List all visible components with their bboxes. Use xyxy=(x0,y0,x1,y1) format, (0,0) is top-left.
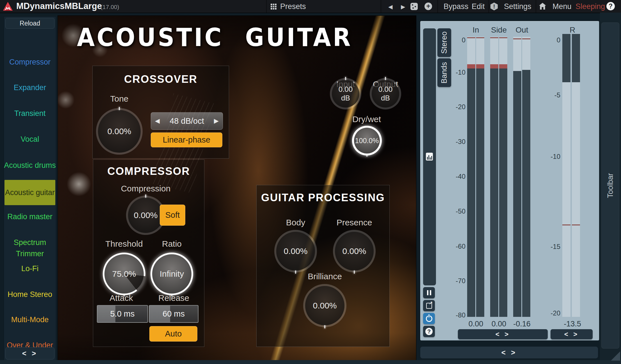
sidebar-item-spectrum-trimmer[interactable]: Spectrum Trimmer xyxy=(4,237,56,248)
scale-tick: 0 xyxy=(462,36,465,44)
detach-icon xyxy=(426,303,432,309)
question-icon: ? xyxy=(425,328,433,335)
meter-value-in: 0.00 xyxy=(469,320,483,328)
power-icon xyxy=(426,315,432,322)
sidebar-item-multi-mode[interactable]: Multi-Mode xyxy=(4,314,56,325)
tone-label: Tone xyxy=(110,94,128,104)
settings-button[interactable]: Settings xyxy=(504,2,531,11)
sidebar-item-acoustic-guitar[interactable]: Acoustic guitar xyxy=(4,180,55,205)
release-slider[interactable]: 60 ms xyxy=(149,305,198,323)
scale-tick: -40 xyxy=(456,173,465,180)
attack-label: Attack xyxy=(109,293,133,303)
scale-tick: -60 xyxy=(456,242,465,250)
presence-knob[interactable]: 0.00% xyxy=(333,230,376,273)
sidebar-resize-button[interactable]: < > xyxy=(5,347,54,360)
menu-button[interactable]: Menu xyxy=(552,2,572,11)
slope-value: 48 dB/oct xyxy=(170,116,204,126)
meter-bar xyxy=(467,37,475,317)
meter-resize-right-button[interactable]: < > xyxy=(551,329,593,339)
warning-icon[interactable]: ! xyxy=(490,3,498,10)
scale-tick: -50 xyxy=(456,207,465,215)
tab-stereo[interactable]: Stereo xyxy=(437,28,451,57)
scale-tick: -30 xyxy=(456,138,465,146)
ratio-knob[interactable]: Infinity xyxy=(150,253,193,295)
meter-bar xyxy=(476,37,484,317)
meter-power-button[interactable] xyxy=(423,313,435,324)
compressor-panel: COMPRESSOR Compression 0.00% Soft Thresh… xyxy=(93,159,204,347)
brilliance-label: Brilliance xyxy=(308,272,342,281)
output-knob[interactable]: 0.00dB xyxy=(370,78,401,109)
prev-preset-button[interactable]: ◀ xyxy=(388,3,392,10)
window-bottom-strip xyxy=(0,360,621,364)
scale-tick: -70 xyxy=(456,277,465,285)
random-preset-button[interactable] xyxy=(410,3,418,10)
sidebar-item-radio-master[interactable]: Radio master xyxy=(4,211,56,222)
title-bar: MDynamicsMBLarge (17.00) Presets ◀ ▶ + B… xyxy=(0,0,621,13)
soft-knee-button[interactable]: Soft xyxy=(160,205,185,226)
threshold-label: Threshold xyxy=(105,239,143,249)
toolbar-strip: Toolbar xyxy=(600,13,621,364)
compressor-title: COMPRESSOR xyxy=(93,165,204,177)
crossover-title: CROSSOVER xyxy=(93,73,229,85)
meter-resize-left-button[interactable]: < > xyxy=(458,329,548,339)
meter-value-r: -13.5 xyxy=(564,320,581,328)
pause-icon xyxy=(427,290,431,295)
presence-label: Presence xyxy=(337,218,372,227)
sidebar-item-acoustic-drums[interactable]: Acoustic drums xyxy=(4,160,56,171)
drywet-knob[interactable]: 100.0% xyxy=(352,126,382,155)
sidebar-item-vocal[interactable]: Vocal xyxy=(4,134,56,145)
sidebar-item-expander[interactable]: Expander xyxy=(4,82,56,93)
scale-tick: -80 xyxy=(456,311,465,319)
preset-list: CompressorExpanderTransientVocalAcoustic… xyxy=(4,29,56,346)
linear-phase-button[interactable]: Linear-phase xyxy=(151,132,222,147)
next-preset-button[interactable]: ▶ xyxy=(401,3,405,10)
meter-bar xyxy=(522,37,530,317)
threshold-knob[interactable]: 75.0% xyxy=(103,253,145,295)
crossover-slope-stepper[interactable]: ◀ 48 dB/oct ▶ xyxy=(151,112,223,130)
scale-tick: 0 xyxy=(557,36,560,44)
tab-bands[interactable]: Bands xyxy=(437,58,451,87)
tone-knob[interactable]: 0.00% xyxy=(96,108,143,155)
detach-meter-button[interactable] xyxy=(423,300,435,311)
toolbar-toggle[interactable]: Toolbar xyxy=(601,22,619,349)
meter-bar xyxy=(572,34,580,317)
presets-grid-icon xyxy=(271,4,277,10)
scale-tick: -20 xyxy=(456,103,465,111)
sidebar-item-home-stereo[interactable]: Home Stereo xyxy=(4,289,56,300)
scale-tick: -10 xyxy=(551,153,560,161)
sidebar-item-compressor[interactable]: Compressor xyxy=(4,56,56,68)
app-version: (17.00) xyxy=(101,4,119,10)
bypass-button[interactable]: Bypass xyxy=(444,2,469,11)
meter-zoom-slider[interactable] xyxy=(423,28,436,285)
meter-value-side: 0.00 xyxy=(492,320,506,328)
window-resize-grip[interactable] xyxy=(611,351,620,361)
meter-group-label-in: In xyxy=(472,26,479,35)
pause-metering-button[interactable] xyxy=(423,287,435,298)
meter-group-label-out: Out xyxy=(515,26,528,35)
attack-slider[interactable]: 5.0 ms xyxy=(97,305,148,323)
compression-knob[interactable]: 0.00% xyxy=(126,196,165,235)
release-label: Release xyxy=(158,293,189,303)
drywet-label: Dry/wet xyxy=(352,115,381,124)
melda-logo-icon xyxy=(3,2,13,11)
help-icon[interactable]: ? xyxy=(606,2,615,10)
plugin-window: MDynamicsMBLarge (17.00) Presets ◀ ▶ + B… xyxy=(0,0,621,364)
sleeping-status[interactable]: Sleeping xyxy=(576,2,605,11)
slope-prev-icon: ◀ xyxy=(155,117,160,125)
body-knob[interactable]: 0.00% xyxy=(274,230,317,273)
add-preset-button[interactable]: + xyxy=(424,3,432,10)
panel-resize-bar[interactable]: < > xyxy=(420,347,598,358)
auto-release-button[interactable]: Auto xyxy=(149,326,197,342)
presets-button[interactable]: Presets xyxy=(280,2,306,11)
meter-bar xyxy=(490,37,498,317)
sidebar-item-lo-fi[interactable]: Lo-Fi xyxy=(4,263,56,274)
input-knob[interactable]: 0.00dB xyxy=(330,78,361,109)
reload-button[interactable]: Reload xyxy=(5,18,54,29)
guitar-processing-panel: GUITAR PROCESSING Body Presence 0.00% 0.… xyxy=(256,185,390,347)
edit-button[interactable]: Edit xyxy=(472,2,485,11)
preset-sidebar: Reload CompressorExpanderTransientVocalA… xyxy=(4,16,56,361)
home-icon[interactable] xyxy=(539,3,546,10)
brilliance-knob[interactable]: 0.00% xyxy=(303,284,346,327)
sidebar-item-transient[interactable]: Transient xyxy=(4,108,56,119)
meter-help-button[interactable]: ? xyxy=(423,326,435,337)
